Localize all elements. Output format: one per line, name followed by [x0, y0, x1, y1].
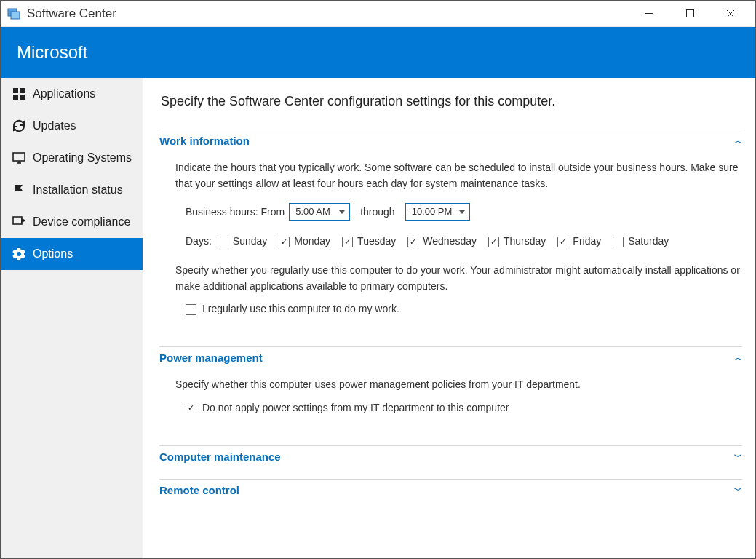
monitor-icon — [12, 151, 25, 164]
day-monday: ✓ Monday — [279, 234, 330, 250]
checkbox-saturday[interactable] — [613, 237, 624, 247]
sidebar-item-applications[interactable]: Applications — [1, 78, 143, 110]
refresh-icon — [12, 119, 25, 132]
window-controls — [636, 4, 749, 24]
sidebar-item-label: Device compliance — [33, 215, 130, 229]
day-label: Wednesday — [423, 234, 477, 250]
section-body-work-information: Indicate the hours that you typically wo… — [159, 151, 742, 335]
power-description: Specify whether this computer uses power… — [175, 377, 742, 393]
section-title: Computer maintenance — [159, 451, 281, 463]
through-label: through — [360, 205, 394, 221]
checkbox-power-optout[interactable]: ✓ — [186, 403, 196, 413]
day-label: Saturday — [628, 234, 669, 250]
primary-computer-label: I regularly use this computer to do my w… — [202, 301, 399, 317]
checkbox-wednesday[interactable]: ✓ — [407, 237, 418, 247]
window-title: Software Center — [27, 7, 116, 21]
checkbox-sunday[interactable] — [218, 237, 228, 247]
day-label: Friday — [573, 234, 601, 250]
section-header-work-information[interactable]: Work information ︿ — [159, 130, 742, 151]
day-saturday: Saturday — [613, 234, 669, 250]
sidebar-item-options[interactable]: Options — [1, 238, 143, 270]
to-time-value: 10:00 PM — [412, 205, 453, 219]
chevron-down-icon — [339, 210, 345, 214]
sidebar-item-installation-status[interactable]: Installation status — [1, 174, 143, 206]
section-remote-control: Remote control ﹀ — [159, 479, 742, 501]
section-power-management: Power management ︿ Specify whether this … — [159, 346, 742, 433]
sidebar-item-label: Updates — [33, 119, 76, 132]
business-hours-row: Business hours: From 5:00 AM through 10:… — [186, 203, 742, 221]
checkbox-thursday[interactable]: ✓ — [488, 237, 499, 247]
sidebar-item-operating-systems[interactable]: Operating Systems — [1, 142, 143, 174]
svg-rect-9 — [20, 95, 25, 100]
chevron-down-icon: ﹀ — [734, 485, 742, 496]
shield-icon — [12, 215, 25, 229]
section-work-information: Work information ︿ Indicate the hours th… — [159, 130, 742, 335]
svg-rect-10 — [13, 153, 25, 161]
sidebar-item-updates[interactable]: Updates — [1, 110, 143, 142]
days-label: Days: — [186, 234, 212, 250]
chevron-up-icon: ︿ — [734, 135, 742, 146]
days-row: Days: Sunday ✓ Monday ✓ Tuesday ✓ — [186, 234, 742, 250]
day-label: Sunday — [233, 234, 267, 250]
sidebar: Applications Updates Operating Systems I… — [1, 78, 143, 558]
day-label: Thursday — [504, 234, 546, 250]
section-computer-maintenance: Computer maintenance ﹀ — [159, 445, 742, 467]
app-icon — [7, 7, 21, 21]
checkbox-friday[interactable]: ✓ — [557, 237, 568, 247]
day-thursday: ✓ Thursday — [488, 234, 546, 250]
from-time-dropdown[interactable]: 5:00 AM — [289, 203, 350, 221]
svg-rect-13 — [13, 217, 22, 224]
section-title: Power management — [159, 352, 263, 364]
from-time-value: 5:00 AM — [295, 205, 330, 219]
day-label: Monday — [294, 234, 330, 250]
chevron-down-icon — [459, 210, 465, 214]
chevron-up-icon: ︿ — [734, 352, 742, 363]
minimize-button[interactable] — [636, 4, 662, 24]
day-sunday: Sunday — [218, 234, 267, 250]
primary-computer-description: Specify whether you regularly use this c… — [175, 263, 742, 294]
section-header-power-management[interactable]: Power management ︿ — [159, 346, 742, 368]
chevron-down-icon: ﹀ — [734, 451, 742, 462]
svg-rect-6 — [13, 88, 18, 93]
section-header-computer-maintenance[interactable]: Computer maintenance ﹀ — [159, 445, 742, 467]
day-tuesday: ✓ Tuesday — [342, 234, 396, 250]
section-header-remote-control[interactable]: Remote control ﹀ — [159, 479, 742, 501]
svg-rect-7 — [20, 88, 25, 93]
maximize-button[interactable] — [677, 4, 703, 24]
primary-computer-row: I regularly use this computer to do my w… — [186, 301, 742, 317]
svg-rect-1 — [11, 12, 20, 19]
work-info-description: Indicate the hours that you typically wo… — [175, 160, 742, 191]
checkbox-monday[interactable]: ✓ — [279, 237, 290, 247]
section-title: Work information — [159, 135, 250, 147]
grid-icon — [12, 87, 25, 100]
power-check-row: ✓ Do not apply power settings from my IT… — [186, 400, 742, 416]
close-button[interactable] — [717, 4, 744, 24]
svg-rect-3 — [686, 10, 693, 17]
sidebar-item-label: Applications — [33, 87, 95, 100]
section-body-power-management: Specify whether this computer uses power… — [159, 368, 742, 433]
checkbox-tuesday[interactable]: ✓ — [342, 237, 353, 247]
main-panel: Specify the Software Center configuratio… — [143, 78, 755, 558]
day-label: Tuesday — [357, 234, 396, 250]
flag-icon — [12, 183, 25, 197]
day-friday: ✓ Friday — [557, 234, 601, 250]
brand-bar: Microsoft — [1, 27, 755, 78]
day-wednesday: ✓ Wednesday — [407, 234, 477, 250]
content-area: Applications Updates Operating Systems I… — [1, 78, 755, 558]
svg-rect-8 — [13, 95, 18, 100]
titlebar: Software Center — [1, 1, 755, 27]
sidebar-item-label: Options — [33, 247, 73, 261]
gear-icon — [12, 247, 25, 261]
page-heading: Specify the Software Center configuratio… — [159, 94, 742, 109]
sidebar-item-label: Operating Systems — [33, 151, 132, 164]
power-check-label: Do not apply power settings from my IT d… — [202, 400, 509, 416]
checkbox-primary-computer[interactable] — [186, 304, 196, 315]
section-title: Remote control — [159, 484, 239, 496]
sidebar-item-device-compliance[interactable]: Device compliance — [1, 206, 143, 238]
brand-label: Microsoft — [17, 42, 87, 63]
to-time-dropdown[interactable]: 10:00 PM — [405, 203, 471, 221]
sidebar-item-label: Installation status — [33, 183, 123, 197]
business-hours-label: Business hours: From — [186, 205, 285, 221]
